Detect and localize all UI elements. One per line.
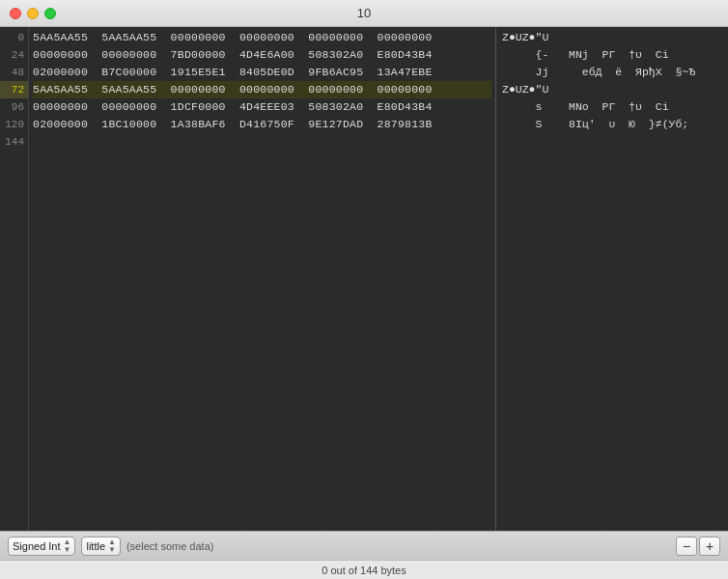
ascii-row-48: Jj ебД ё ЯрђX §~Ђ xyxy=(502,64,722,81)
titlebar: 10 xyxy=(0,0,728,27)
minimize-button[interactable] xyxy=(27,8,39,19)
zoom-controls: − + xyxy=(676,537,720,556)
selection-info: (select some data) xyxy=(126,540,213,552)
ascii-row-144 xyxy=(502,133,722,151)
type-chevron-icon: ▲▼ xyxy=(64,538,71,554)
type-select-label: Signed Int xyxy=(13,540,61,552)
hex-row-48: 02000000 B7C00000 1915E5E1 8405DE0D 9FB6… xyxy=(33,64,491,81)
traffic-lights xyxy=(10,8,56,19)
zoom-in-button[interactable]: + xyxy=(699,537,720,556)
row-num-144: 144 xyxy=(0,133,28,151)
hex-row-72: 5AA5AA55 5AA5AA55 00000000 00000000 0000… xyxy=(33,81,491,98)
row-num-120: 120 xyxy=(0,116,28,133)
hex-row-24: 00000000 00000000 7BD00000 4D4E6A00 5083… xyxy=(33,46,491,64)
row-num-72: 72 xyxy=(0,81,28,98)
endian-chevron-icon: ▲▼ xyxy=(108,538,116,554)
window-title: 10 xyxy=(357,6,371,20)
row-num-0: 0 xyxy=(0,29,28,46)
hex-row-96: 00000000 00000000 1DCF0000 4D4EEE03 5083… xyxy=(33,98,491,116)
row-num-48: 48 xyxy=(0,64,28,81)
status-text: 0 out of 144 bytes xyxy=(322,565,406,576)
main-content: 0 24 48 72 96 120 144 5AA5AA55 5AA5AA55 … xyxy=(0,27,728,531)
close-button[interactable] xyxy=(10,8,21,19)
ascii-row-120: S 8Іц' υ Ю }≠(Уб; xyxy=(502,116,722,133)
ascii-row-0: Z●UZ●"U xyxy=(502,29,722,46)
bottom-bar: Signed Int ▲▼ little ▲▼ (select some dat… xyxy=(0,531,728,560)
hex-row-120: 02000000 1BC10000 1A38BAF6 D416750F 9E12… xyxy=(33,116,491,133)
maximize-button[interactable] xyxy=(44,8,56,19)
hex-row-144 xyxy=(33,133,491,151)
ascii-row-96: s MNo ΡΓ †υ Ci xyxy=(502,98,722,116)
hex-panel[interactable]: 5AA5AA55 5AA5AA55 00000000 00000000 0000… xyxy=(29,27,496,531)
status-bar: 0 out of 144 bytes xyxy=(0,560,728,579)
hex-row-0: 5AA5AA55 5AA5AA55 00000000 00000000 0000… xyxy=(33,29,491,46)
row-num-24: 24 xyxy=(0,46,28,64)
row-numbers: 0 24 48 72 96 120 144 xyxy=(0,27,29,531)
zoom-out-button[interactable]: − xyxy=(676,537,697,556)
type-select[interactable]: Signed Int ▲▼ xyxy=(8,537,75,556)
endian-select[interactable]: little ▲▼ xyxy=(81,537,120,556)
ascii-row-24: {- MNj ΡΓ †υ Ci xyxy=(502,46,722,64)
ascii-row-72: Z●UZ●"U xyxy=(502,81,722,98)
row-num-96: 96 xyxy=(0,98,28,116)
endian-select-label: little xyxy=(86,540,105,552)
ascii-panel[interactable]: Z●UZ●"U {- MNj ΡΓ †υ Ci Jj ебД ё ЯрђX §~… xyxy=(496,27,728,531)
